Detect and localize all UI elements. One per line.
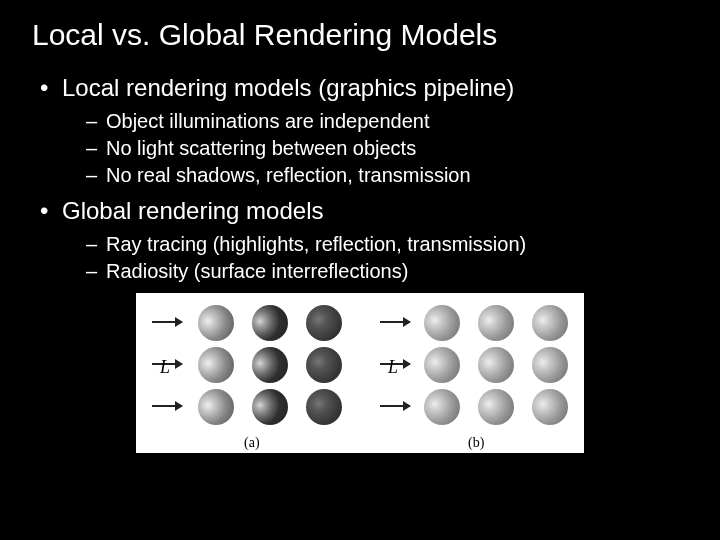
sub-item: No real shadows, reflection, transmissio…	[86, 164, 692, 187]
sub-list: Object illuminations are independent No …	[86, 110, 692, 187]
sub-item: Object illuminations are independent	[86, 110, 692, 133]
sub-text: Radiosity (surface interreflections)	[106, 260, 408, 282]
bullet-text: Local rendering models (graphics pipelin…	[62, 74, 514, 101]
slide-title: Local vs. Global Rendering Models	[32, 18, 692, 52]
bullet-list: Local rendering models (graphics pipelin…	[36, 74, 692, 283]
arrow-icon	[152, 405, 182, 407]
sphere-icon	[478, 347, 514, 383]
sphere-icon	[478, 305, 514, 341]
sub-text: No light scattering between objects	[106, 137, 416, 159]
light-label: L	[388, 357, 398, 378]
sub-item: Ray tracing (highlights, reflection, tra…	[86, 233, 692, 256]
figure-panel-a: L	[146, 301, 352, 429]
figure-panel-b: L	[380, 301, 572, 429]
arrow-icon	[380, 405, 410, 407]
sub-text: Object illuminations are independent	[106, 110, 430, 132]
sphere-icon	[252, 347, 288, 383]
figure: L L (a) (b)	[136, 293, 584, 453]
sphere-icon	[532, 305, 568, 341]
sub-list: Ray tracing (highlights, reflection, tra…	[86, 233, 692, 283]
sphere-icon	[478, 389, 514, 425]
sphere-icon	[198, 347, 234, 383]
sphere-icon	[306, 347, 342, 383]
sphere-icon	[424, 347, 460, 383]
arrow-icon	[380, 321, 410, 323]
sphere-icon	[424, 305, 460, 341]
sphere-icon	[252, 389, 288, 425]
sphere-icon	[198, 305, 234, 341]
sphere-icon	[252, 305, 288, 341]
sphere-icon	[306, 305, 342, 341]
sub-text: No real shadows, reflection, transmissio…	[106, 164, 471, 186]
light-label: L	[160, 357, 170, 378]
sphere-icon	[532, 389, 568, 425]
arrow-icon	[152, 321, 182, 323]
bullet-text: Global rendering models	[62, 197, 323, 224]
figure-caption-a: (a)	[244, 435, 260, 451]
slide: Local vs. Global Rendering Models Local …	[0, 0, 720, 540]
sphere-icon	[424, 389, 460, 425]
sphere-icon	[198, 389, 234, 425]
bullet-item: Global rendering models Ray tracing (hig…	[36, 197, 692, 283]
sub-text: Ray tracing (highlights, reflection, tra…	[106, 233, 526, 255]
sphere-icon	[532, 347, 568, 383]
bullet-item: Local rendering models (graphics pipelin…	[36, 74, 692, 187]
sub-item: No light scattering between objects	[86, 137, 692, 160]
figure-caption-b: (b)	[468, 435, 484, 451]
sphere-icon	[306, 389, 342, 425]
sub-item: Radiosity (surface interreflections)	[86, 260, 692, 283]
